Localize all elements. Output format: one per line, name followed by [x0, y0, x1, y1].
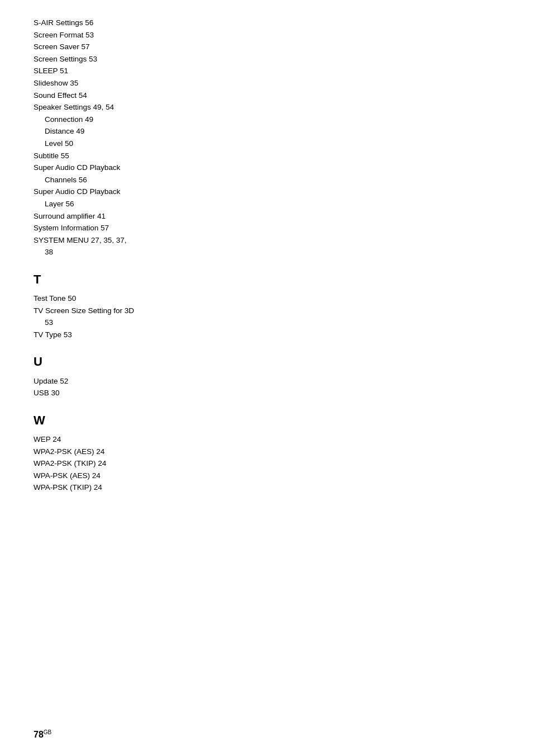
page-number: 78	[34, 729, 44, 739]
t-section: T Test Tone 50TV Screen Size Setting for…	[34, 270, 499, 341]
index-item: TV Screen Size Setting for 3D	[34, 305, 499, 317]
index-item: Super Audio CD Playback	[34, 162, 499, 174]
index-item: Sound Effect 54	[34, 89, 499, 102]
index-item: WPA-PSK (TKIP) 24	[34, 481, 499, 494]
index-item: WEP 24	[34, 433, 499, 446]
index-item: Connection 49	[34, 114, 499, 126]
u-section: U Update 52USB 30	[34, 352, 499, 399]
index-item: Distance 49	[34, 125, 499, 138]
w-items-container: WEP 24WPA2-PSK (AES) 24WPA2-PSK (TKIP) 2…	[34, 433, 499, 494]
index-item: Slideshow 35	[34, 77, 499, 89]
index-item: Layer 56	[34, 198, 499, 210]
index-item: USB 30	[34, 387, 499, 399]
index-item: SLEEP 51	[34, 65, 499, 77]
index-item: System Information 57	[34, 222, 499, 234]
index-item: S-AIR Settings 56	[34, 17, 499, 29]
index-item: Level 50	[34, 138, 499, 150]
w-section-header: W	[34, 410, 499, 430]
index-item: Screen Settings 53	[34, 53, 499, 65]
index-item: Screen Format 53	[34, 29, 499, 41]
w-section: W WEP 24WPA2-PSK (AES) 24WPA2-PSK (TKIP)…	[34, 410, 499, 494]
index-item: 38	[34, 246, 499, 258]
index-item: Surround amplifier 41	[34, 210, 499, 223]
index-item: Update 52	[34, 375, 499, 388]
index-item: Super Audio CD Playback	[34, 186, 499, 198]
index-item: Subtitle 55	[34, 150, 499, 162]
index-item: Screen Saver 57	[34, 41, 499, 53]
index-item: WPA2-PSK (TKIP) 24	[34, 457, 499, 470]
page-number-area: 78GB	[34, 729, 51, 740]
t-section-header: T	[34, 270, 499, 289]
index-item: SYSTEM MENU 27, 35, 37,	[34, 234, 499, 247]
u-section-header: U	[34, 352, 499, 371]
index-list: S-AIR Settings 56Screen Format 53Screen …	[34, 17, 499, 494]
index-item: Speaker Settings 49, 54	[34, 101, 499, 114]
index-item: WPA2-PSK (AES) 24	[34, 446, 499, 458]
index-item: TV Type 53	[34, 329, 499, 341]
s-section-items: S-AIR Settings 56Screen Format 53Screen …	[34, 17, 499, 258]
page-number-superscript: GB	[44, 729, 51, 735]
index-item: 53	[34, 316, 499, 329]
t-items-container: Test Tone 50TV Screen Size Setting for 3…	[34, 292, 499, 341]
u-items-container: Update 52USB 30	[34, 375, 499, 399]
index-item: WPA-PSK (AES) 24	[34, 470, 499, 482]
index-item: Channels 56	[34, 174, 499, 186]
index-item: Test Tone 50	[34, 292, 499, 305]
